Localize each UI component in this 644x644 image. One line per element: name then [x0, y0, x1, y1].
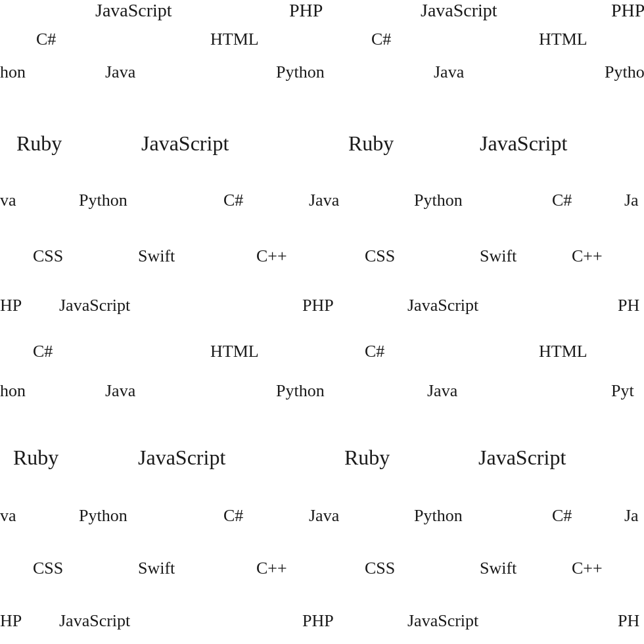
word-47: JavaScript [478, 446, 566, 470]
word-27: CSS [365, 246, 395, 266]
word-55: CSS [33, 559, 63, 578]
word-0: JavaScript [95, 0, 172, 21]
word-15: Ruby [348, 131, 394, 156]
word-59: Swift [480, 559, 517, 578]
word-20: Python [414, 191, 463, 210]
word-2: JavaScript [421, 0, 497, 21]
word-49: C# [223, 506, 243, 526]
word-45: JavaScript [138, 446, 225, 470]
word-53: va [0, 506, 16, 526]
word-38: HTML [539, 342, 587, 361]
word-10: Java [434, 62, 464, 82]
word-40: Python [276, 381, 325, 401]
word-3: PHP [611, 0, 644, 21]
word-62: JavaScript [59, 611, 130, 631]
word-29: C++ [572, 246, 603, 266]
word-43: hon [0, 381, 26, 401]
word-24: CSS [33, 246, 63, 266]
word-5: HTML [210, 30, 259, 49]
word-22: va [0, 191, 16, 210]
word-65: PH [618, 611, 639, 631]
word-26: C++ [256, 246, 287, 266]
word-35: C# [33, 342, 53, 361]
word-51: Python [414, 506, 463, 526]
word-37: C# [365, 342, 384, 361]
word-57: C++ [256, 559, 287, 578]
word-32: PHP [302, 296, 334, 315]
word-13: Ruby [16, 131, 62, 156]
word-4: C# [36, 30, 56, 49]
word-8: Java [105, 62, 135, 82]
word-19: Java [309, 191, 339, 210]
word-42: Pyt [611, 381, 634, 401]
word-9: Python [276, 62, 325, 82]
word-36: HTML [210, 342, 259, 361]
word-64: JavaScript [407, 611, 478, 631]
word-17: Python [79, 191, 127, 210]
word-7: HTML [539, 30, 587, 49]
word-33: JavaScript [407, 296, 478, 315]
word-12: hon [0, 62, 26, 82]
word-1: PHP [289, 0, 323, 21]
word-25: Swift [138, 246, 175, 266]
word-28: Swift [480, 246, 517, 266]
word-41: Java [427, 381, 457, 401]
word-11: Python [605, 62, 644, 82]
word-34: PH [618, 296, 639, 315]
word-46: Ruby [344, 446, 390, 470]
word-63: PHP [302, 611, 334, 631]
word-6: C# [371, 30, 391, 49]
word-50: Java [309, 506, 339, 526]
word-56: Swift [138, 559, 175, 578]
word-52: C# [552, 506, 572, 526]
word-14: JavaScript [141, 131, 229, 156]
word-48: Python [79, 506, 127, 526]
word-61: HP [0, 611, 22, 631]
word-16: JavaScript [480, 131, 567, 156]
word-60: C++ [572, 559, 603, 578]
word-54: Ja [624, 506, 639, 526]
word-21: C# [552, 191, 572, 210]
word-18: C# [223, 191, 243, 210]
word-58: CSS [365, 559, 395, 578]
word-44: Ruby [13, 446, 58, 470]
word-23: Ja [624, 191, 639, 210]
word-39: Java [105, 381, 135, 401]
pattern-background: JavaScriptPHPJavaScriptPHPC#HTMLC#HTMLJa… [0, 0, 644, 644]
word-30: HP [0, 296, 22, 315]
word-31: JavaScript [59, 296, 130, 315]
